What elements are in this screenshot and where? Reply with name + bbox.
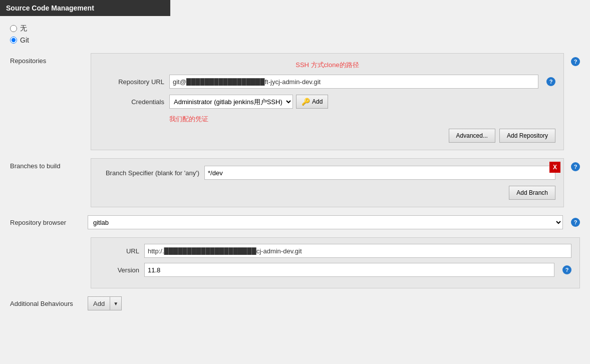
key-icon: 🔑 [302, 98, 310, 106]
browser-version-label: Version [99, 266, 139, 274]
radio-none-label: 无 [20, 24, 27, 33]
scm-body: 无 Git Repositories SSH 方式clone的路径 Reposi… [0, 16, 590, 318]
branches-panel-buttons: Add Branch [99, 186, 555, 200]
repo-url-row: Repository URL ? [99, 75, 555, 89]
ssh-annotation: SSH 方式clone的路径 [99, 61, 555, 70]
browser-url-input[interactable] [144, 244, 571, 258]
add-repository-btn[interactable]: Add Repository [499, 129, 555, 143]
credentials-row: Credentials Administrator (gitlab jenkin… [99, 95, 555, 109]
repo-browser-row: Repository browser gitlab ? [10, 215, 580, 229]
branch-specifier-label: Branch Specifier (blank for 'any') [99, 169, 199, 177]
branches-label: Branches to build [10, 158, 83, 170]
section-header: Source Code Management [0, 0, 170, 16]
add-behaviour-arrow-icon: ▼ [110, 297, 121, 310]
credentials-label: Credentials [99, 98, 164, 106]
repositories-panel: SSH 方式clone的路径 Repository URL ? Creden [91, 53, 564, 150]
radio-git-label: Git [20, 36, 29, 44]
browser-url-row: URL [99, 244, 571, 258]
branches-panel: X Branch Specifier (blank for 'any') Add… [91, 158, 564, 207]
branch-specifier-row: Branch Specifier (blank for 'any') [99, 166, 555, 180]
repo-url-input[interactable] [169, 75, 538, 89]
section-title: Source Code Management [6, 4, 94, 12]
repo-url-input-wrap [169, 75, 538, 89]
repo-url-label: Repository URL [99, 78, 164, 86]
repo-browser-help-icon[interactable]: ? [571, 218, 580, 227]
radio-git-input[interactable] [10, 37, 17, 44]
branches-help-icon[interactable]: ? [571, 162, 580, 171]
add-behaviour-btn[interactable]: Add ▼ [88, 296, 122, 310]
additional-behaviours-label: Additional Behaviours [10, 300, 83, 307]
radio-group: 无 Git [10, 24, 580, 44]
page-container: Source Code Management 无 Git Repositorie… [0, 0, 590, 364]
credentials-add-btn[interactable]: 🔑 Add [296, 95, 328, 109]
advanced-btn[interactable]: Advanced... [449, 129, 495, 143]
radio-git[interactable]: Git [10, 36, 580, 44]
browser-sub-fields: URL Version ? [91, 237, 580, 288]
branch-specifier-input[interactable] [204, 166, 555, 180]
credentials-annotation: 我们配的凭证 [169, 115, 555, 124]
browser-version-row: Version ? [99, 263, 571, 277]
repo-browser-label: Repository browser [10, 219, 83, 226]
repositories-label: Repositories [10, 53, 83, 65]
branches-row: Branches to build X Branch Specifier (bl… [10, 158, 580, 207]
browser-url-label: URL [99, 247, 139, 255]
repositories-panel-buttons: Advanced... Add Repository [99, 129, 555, 143]
credentials-select[interactable]: Administrator (gitlab jenkins用户SSH) [169, 95, 293, 109]
add-behaviour-main-label: Add [88, 297, 110, 310]
radio-none-input[interactable] [10, 25, 17, 32]
repositories-help-icon[interactable]: ? [571, 57, 580, 66]
credentials-select-wrap: Administrator (gitlab jenkins用户SSH) 🔑 Ad… [169, 95, 328, 109]
browser-version-help-icon[interactable]: ? [562, 265, 571, 274]
repo-url-help-icon[interactable]: ? [546, 77, 555, 86]
browser-select-wrap: gitlab [88, 215, 563, 229]
repositories-section: SSH 方式clone的路径 Repository URL ? Creden [91, 53, 580, 150]
radio-none[interactable]: 无 [10, 24, 580, 33]
remove-branch-btn[interactable]: X [549, 162, 560, 173]
additional-behaviours-row: Additional Behaviours Add ▼ [10, 296, 580, 310]
browser-version-input[interactable] [144, 263, 554, 277]
branches-section: X Branch Specifier (blank for 'any') Add… [91, 158, 580, 207]
repositories-row: Repositories SSH 方式clone的路径 Repository U… [10, 53, 580, 150]
add-branch-btn[interactable]: Add Branch [509, 186, 555, 200]
browser-select[interactable]: gitlab [88, 215, 563, 229]
